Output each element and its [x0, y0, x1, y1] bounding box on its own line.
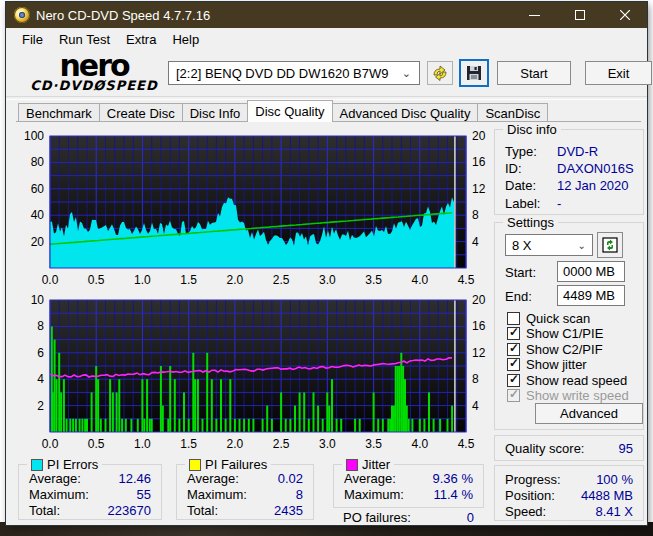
nero-logo: nero CD·DVDØSPEED [24, 51, 164, 92]
menu-item-extra[interactable]: Extra [118, 30, 164, 49]
pi-failures-total: 2435 [274, 503, 303, 518]
tab-disc-info[interactable]: Disc Info [182, 103, 249, 122]
svg-text:16: 16 [472, 155, 486, 169]
pi-errors-maximum: 55 [137, 487, 151, 502]
po-failures-row: PO failures: 0 [343, 510, 474, 525]
jitter-title: Jitter [362, 457, 390, 472]
svg-text:2.0: 2.0 [227, 437, 244, 451]
menu-item-run-test[interactable]: Run Test [51, 30, 118, 49]
pi-errors-total: 223670 [108, 503, 151, 518]
checkbox-box[interactable] [507, 327, 520, 340]
exit-button[interactable]: Exit [585, 61, 652, 85]
checkbox-label: Show read speed [526, 373, 627, 388]
tab-advanced-disc-quality[interactable]: Advanced Disc Quality [332, 103, 479, 122]
checkbox-show-c1-pie[interactable]: Show C1/PIE [507, 327, 603, 341]
svg-text:1.0: 1.0 [134, 437, 151, 451]
tab-benchmark[interactable]: Benchmark [18, 103, 100, 122]
svg-text:0.5: 0.5 [88, 437, 105, 451]
svg-text:20: 20 [472, 293, 486, 307]
disc-id-label: ID: [505, 161, 522, 176]
disc-id-value: DAXON016S [557, 161, 634, 176]
speed-value: 8.41 X [595, 504, 633, 519]
pi-failures-title: PI Failures [205, 457, 267, 472]
pi-failures-stats: PI Failures Average:0.02 Maximum:8 Total… [176, 464, 314, 520]
jitter-average: 9.36 % [433, 471, 473, 486]
svg-text:12: 12 [472, 182, 486, 196]
pi-failures-average: 0.02 [278, 471, 303, 486]
disc-label-label: Label: [505, 196, 540, 211]
menu-item-help[interactable]: Help [164, 30, 207, 49]
pi-failures-swatch [189, 459, 201, 471]
start-field[interactable]: 0000 MB [557, 261, 625, 282]
disc-glyph: Ø [93, 78, 105, 93]
start-button[interactable]: Start [497, 61, 571, 85]
chevron-down-icon: ⌄ [402, 67, 419, 80]
svg-text:16: 16 [472, 319, 486, 333]
disc-label-value: - [557, 196, 561, 211]
save-button[interactable] [459, 59, 489, 87]
drive-select-value: [2:2] BENQ DVD DD DW1620 B7W9 [176, 66, 388, 81]
toolbar: nero CD·DVDØSPEED [2:2] BENQ DVD DD DW16… [6, 50, 647, 96]
svg-text:8: 8 [472, 372, 479, 386]
svg-text:4.0: 4.0 [411, 273, 428, 287]
svg-text:40: 40 [31, 208, 45, 222]
svg-text:8: 8 [472, 208, 479, 222]
menu-item-file[interactable]: File [14, 30, 51, 49]
svg-text:0.0: 0.0 [42, 273, 59, 287]
tab-strip: BenchmarkCreate DiscDisc InfoDisc Qualit… [18, 100, 641, 122]
svg-text:0.5: 0.5 [88, 273, 105, 287]
jitter-stats: Jitter Average:9.36 % Maximum:11.4 % [333, 464, 484, 508]
svg-text:100: 100 [24, 129, 44, 143]
checkbox-show-c2-pif[interactable]: Show C2/PIF [507, 342, 603, 356]
window-title: Nero CD-DVD Speed 4.7.7.16 [36, 8, 210, 23]
quality-score-box: Quality score: 95 [494, 435, 644, 461]
close-button[interactable] [602, 2, 647, 28]
svg-text:1.5: 1.5 [180, 437, 197, 451]
svg-text:3.0: 3.0 [319, 437, 336, 451]
pi-failures-chart: 246810481216200.00.51.01.52.02.53.03.54.… [10, 288, 496, 452]
disc-info-group: Disc info Type:DVD-R ID:DAXON016S Date:1… [494, 129, 644, 215]
svg-text:3.5: 3.5 [365, 437, 382, 451]
advanced-button[interactable]: Advanced [535, 403, 643, 424]
tab-create-disc[interactable]: Create Disc [99, 103, 183, 122]
minimize-button[interactable] [512, 2, 557, 28]
maximize-button[interactable] [557, 2, 602, 28]
speed-label: Speed: [505, 504, 546, 519]
disc-info-title: Disc info [503, 122, 561, 137]
disc-type-value: DVD-R [557, 144, 598, 159]
svg-text:3.0: 3.0 [319, 273, 336, 287]
checkbox-box[interactable] [507, 374, 520, 387]
checkbox-box [507, 389, 520, 402]
checkbox-show-read-speed[interactable]: Show read speed [507, 373, 627, 387]
title-bar: Nero CD-DVD Speed 4.7.7.16 [6, 2, 647, 28]
checkbox-label: Quick scan [526, 311, 590, 326]
svg-text:3.5: 3.5 [365, 273, 382, 287]
tab-scandisc[interactable]: ScanDisc [477, 103, 548, 122]
drive-select[interactable]: [2:2] BENQ DVD DD DW1620 B7W9 ⌄ [168, 61, 420, 85]
refresh-icon [602, 237, 618, 253]
svg-text:4.5: 4.5 [458, 437, 475, 451]
jitter-swatch [346, 459, 358, 471]
checkbox-box[interactable] [507, 358, 520, 371]
checkbox-quick-scan[interactable]: Quick scan [507, 311, 590, 325]
checkbox-label: Show write speed [526, 388, 629, 403]
pi-errors-stats: PI Errors Average:12.46 Maximum:55 Total… [18, 464, 162, 520]
refresh-button[interactable] [597, 232, 623, 258]
eject-refresh-button[interactable] [427, 61, 453, 85]
checkbox-label: Show C2/PIF [526, 342, 603, 357]
checkbox-box[interactable] [507, 312, 520, 325]
quality-score-value: 95 [619, 441, 633, 456]
po-failures-value: 0 [467, 510, 474, 525]
checkbox-box[interactable] [507, 343, 520, 356]
end-field[interactable]: 4489 MB [557, 285, 625, 306]
progress-label: Progress: [505, 472, 561, 487]
checkbox-show-jitter[interactable]: Show jitter [507, 358, 587, 372]
svg-text:4: 4 [472, 235, 479, 249]
speed-select[interactable]: 8 X ⌄ [505, 234, 593, 256]
checkbox-label: Show jitter [526, 357, 587, 372]
tab-disc-quality[interactable]: Disc Quality [247, 100, 332, 122]
checkbox-show-write-speed: Show write speed [507, 389, 629, 403]
svg-text:10: 10 [31, 293, 45, 307]
svg-text:4.0: 4.0 [411, 437, 428, 451]
svg-text:4: 4 [37, 372, 44, 386]
